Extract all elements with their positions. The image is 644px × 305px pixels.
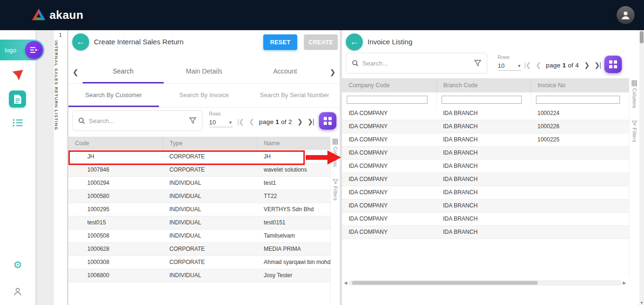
table-cell[interactable]: INDIVIDUAL [163,269,257,282]
table-row[interactable]: IDA COMPANYIDA BRANCH [342,173,629,186]
create-button[interactable]: CREATE [304,34,338,50]
filter-input-company-code[interactable] [347,96,427,104]
table-row[interactable]: test015INDIVIDUALtest0151 [68,216,330,229]
table-cell[interactable]: INDIVIDUAL [163,203,257,216]
table-cell[interactable]: 1000580 [68,190,163,203]
table-cell[interactable]: 1000308 [68,256,163,269]
table-cell[interactable]: IDA COMPANY [342,225,436,239]
column-header-code[interactable]: Code [68,137,163,150]
table-cell[interactable]: 1006800 [68,269,163,282]
table-row[interactable]: IDA COMPANYIDA BRANCH [342,212,629,225]
column-header-branch-code[interactable]: Branch Code [436,78,531,92]
page-scrollbar[interactable]: ▼ [639,30,644,305]
table-cell[interactable]: 1000294 [68,176,163,190]
pagination-prev-icon[interactable]: ❮ [249,118,254,125]
table-cell[interactable]: IDA COMPANY [342,146,436,159]
scrollbar-thumb[interactable] [352,281,538,285]
table-cell[interactable]: wavelet solutions [257,163,330,176]
scroll-left-icon[interactable]: ◀ [344,280,347,285]
table-row[interactable]: IDA COMPANYIDA BRANCH1000226 [342,120,629,133]
pagination-last-icon[interactable]: ❯| [594,61,601,69]
table-row[interactable]: 1000308CORPORATEAhmad syarqawi bin mohd [68,256,330,269]
filter-input-invoice-no[interactable] [536,96,620,104]
table-row[interactable]: 1000508INDIVIDUALTamilselvam [68,229,330,242]
pagination-next-icon[interactable]: ❯ [584,61,589,69]
subtab-search-by-customer[interactable]: Search By Customer [68,84,159,107]
table-cell[interactable]: Tamilselvam [257,229,330,242]
table-cell[interactable]: IDA BRANCH [436,212,531,225]
workspace-tab[interactable]: 1 INTERNAL SALES RETURN LISTING [54,30,67,305]
filter-funnel-icon[interactable] [189,117,196,124]
filters-rail-button[interactable]: Filters [632,121,637,142]
table-cell[interactable]: test1 [257,176,330,190]
customer-search-input[interactable] [89,117,185,124]
columns-rail-button[interactable]: Columns [333,139,338,167]
scroll-right-icon[interactable]: ▶ [623,280,626,285]
table-row[interactable]: IDA COMPANYIDA BRANCH [342,199,629,212]
table-cell[interactable]: CORPORATE [163,163,257,176]
tab-main-details[interactable]: Main Details [164,60,245,83]
table-row[interactable]: IDA COMPANYIDA BRANCH [342,159,629,173]
rows-per-page-select[interactable]: 10 ▼ [498,62,521,71]
table-cell[interactable] [531,146,629,159]
rows-per-page-select[interactable]: 10 ▼ [209,119,233,127]
table-cell[interactable]: test015 [68,216,163,229]
table-row[interactable]: 1006800INDIVIDUALJosy Tester [68,269,330,282]
table-cell[interactable]: 1000226 [531,120,629,133]
pagination-next-icon[interactable]: ❯ [297,118,302,125]
table-cell[interactable]: 1000224 [531,107,629,120]
invoice-back-button[interactable]: ← [346,33,363,50]
table-cell[interactable]: IDA BRANCH [436,107,531,120]
columns-rail-button[interactable]: Columns [632,80,637,108]
table-cell[interactable]: MEDIA PRIMA [257,242,330,256]
table-cell[interactable]: INDIVIDUAL [163,216,257,229]
table-cell[interactable] [531,212,629,225]
filter-funnel-icon[interactable] [474,60,481,66]
table-cell[interactable]: Josy Tester [257,269,330,282]
table-cell[interactable]: IDA BRANCH [436,225,531,239]
table-cell[interactable]: IDA BRANCH [436,186,531,199]
table-cell[interactable]: IDA BRANCH [436,120,531,133]
filters-rail-button[interactable]: Filters [333,179,338,201]
tabs-scroll-right-icon[interactable]: ❯ [326,60,340,83]
horizontal-scrollbar[interactable]: ◀ ▶ [344,280,626,286]
column-header-company-code[interactable]: Company Code [342,78,436,92]
table-cell[interactable]: IDA COMPANY [342,159,436,173]
table-cell[interactable]: IDA COMPANY [342,133,436,146]
pagination-first-icon[interactable]: |❮ [237,118,243,125]
table-cell[interactable]: CORPORATE [163,256,257,269]
document-module-button[interactable] [9,91,26,107]
table-cell[interactable]: 1007846 [68,163,163,176]
filter-input-branch-code[interactable] [442,96,522,104]
table-cell[interactable]: 1000225 [531,133,629,146]
table-cell[interactable]: CORPORATE [163,150,257,163]
tab-search[interactable]: Search [83,60,164,83]
settings-gear-icon[interactable]: ⚙ [0,260,35,270]
table-cell[interactable]: CORPORATE [163,242,257,256]
list-menu-icon[interactable] [0,119,35,127]
table-cell[interactable]: JH [257,150,330,163]
scrollbar-thumb[interactable] [640,31,644,43]
table-cell[interactable]: IDA BRANCH [436,159,531,173]
invoice-search-input[interactable] [362,60,470,67]
table-row[interactable]: 1000295INDIVIDUALVERTHYS Sdn Bhd [68,203,330,216]
table-cell[interactable]: IDA COMPANY [342,173,436,186]
table-cell[interactable]: INDIVIDUAL [163,190,257,203]
table-row[interactable]: 1000580INDIVIDUALTT22 [68,190,330,203]
table-cell[interactable] [531,186,629,199]
table-cell[interactable]: IDA BRANCH [436,173,531,186]
table-cell[interactable]: IDA COMPANY [342,212,436,225]
table-cell[interactable] [531,173,629,186]
pagination-last-icon[interactable]: ❯| [308,118,314,125]
pagination-prev-icon[interactable]: ❮ [535,61,541,69]
table-cell[interactable]: test0151 [257,216,330,229]
table-row[interactable]: IDA COMPANYIDA BRANCH [342,146,629,159]
column-header-invoice-no[interactable]: Invoice No [531,78,629,92]
table-cell[interactable]: 1000508 [68,229,163,242]
table-row[interactable]: IDA COMPANYIDA BRANCH1000225 [342,133,629,146]
table-row[interactable]: IDA COMPANYIDA BRANCH [342,186,629,199]
table-cell[interactable]: INDIVIDUAL [163,176,257,190]
tabs-scroll-left-icon[interactable]: ❮ [68,60,83,83]
table-cell[interactable]: 1000628 [68,242,163,256]
table-cell[interactable]: TT22 [257,190,330,203]
